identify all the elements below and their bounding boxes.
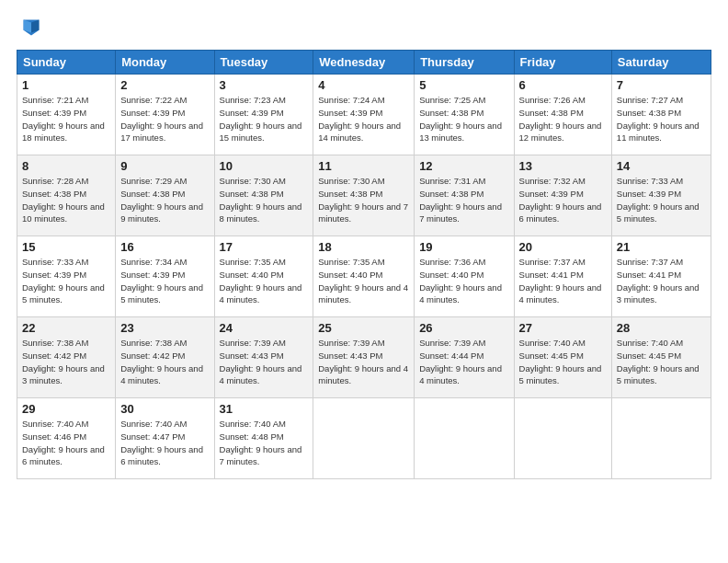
day-number: 5 (419, 78, 508, 92)
day-number: 30 (120, 402, 209, 416)
calendar-cell: 4Sunrise: 7:24 AMSunset: 4:39 PMDaylight… (313, 75, 415, 155)
calendar-cell: 3Sunrise: 7:23 AMSunset: 4:39 PMDaylight… (214, 75, 313, 155)
day-number: 16 (120, 240, 209, 254)
day-number: 29 (22, 402, 110, 416)
day-info: Sunrise: 7:24 AMSunset: 4:39 PMDaylight:… (318, 95, 401, 143)
page: SundayMondayTuesdayWednesdayThursdayFrid… (0, 0, 728, 563)
day-info: Sunrise: 7:31 AMSunset: 4:38 PMDaylight:… (419, 176, 502, 224)
day-info: Sunrise: 7:33 AMSunset: 4:39 PMDaylight:… (617, 176, 700, 224)
day-number: 11 (318, 159, 409, 173)
day-number: 18 (318, 240, 409, 254)
calendar-cell: 10Sunrise: 7:30 AMSunset: 4:38 PMDayligh… (214, 155, 313, 236)
calendar-cell: 5Sunrise: 7:25 AMSunset: 4:38 PMDaylight… (415, 75, 514, 155)
day-info: Sunrise: 7:27 AMSunset: 4:38 PMDaylight:… (617, 95, 700, 143)
calendar-cell: 16Sunrise: 7:34 AMSunset: 4:39 PMDayligh… (116, 236, 214, 317)
calendar-cell: 21Sunrise: 7:37 AMSunset: 4:41 PMDayligh… (611, 236, 711, 317)
header (17, 15, 711, 40)
day-number: 7 (617, 78, 706, 92)
day-number: 26 (419, 321, 508, 335)
calendar-cell: 27Sunrise: 7:40 AMSunset: 4:45 PMDayligh… (514, 317, 611, 398)
day-number: 23 (120, 321, 209, 335)
calendar-table: SundayMondayTuesdayWednesdayThursdayFrid… (17, 50, 711, 479)
day-number: 1 (22, 78, 110, 92)
calendar-cell: 18Sunrise: 7:35 AMSunset: 4:40 PMDayligh… (313, 236, 415, 317)
day-info: Sunrise: 7:40 AMSunset: 4:45 PMDaylight:… (617, 338, 700, 385)
day-info: Sunrise: 7:22 AMSunset: 4:39 PMDaylight:… (120, 95, 203, 143)
day-number: 22 (22, 321, 110, 335)
day-info: Sunrise: 7:35 AMSunset: 4:40 PMDaylight:… (318, 257, 408, 304)
calendar-header-row: SundayMondayTuesdayWednesdayThursdayFrid… (17, 51, 711, 75)
logo-icon (18, 15, 44, 40)
calendar-cell: 30Sunrise: 7:40 AMSunset: 4:47 PMDayligh… (116, 398, 214, 479)
day-info: Sunrise: 7:34 AMSunset: 4:39 PMDaylight:… (120, 257, 203, 304)
day-number: 24 (220, 321, 309, 335)
calendar-cell: 9Sunrise: 7:29 AMSunset: 4:38 PMDaylight… (116, 155, 214, 236)
calendar-week-3: 15Sunrise: 7:33 AMSunset: 4:39 PMDayligh… (17, 236, 711, 317)
day-number: 9 (120, 159, 209, 173)
calendar-cell: 11Sunrise: 7:30 AMSunset: 4:38 PMDayligh… (313, 155, 415, 236)
calendar-header-tuesday: Tuesday (214, 51, 313, 75)
calendar-week-1: 1Sunrise: 7:21 AMSunset: 4:39 PMDaylight… (17, 75, 711, 155)
calendar-cell: 13Sunrise: 7:32 AMSunset: 4:39 PMDayligh… (514, 155, 611, 236)
calendar-header-sunday: Sunday (17, 51, 116, 75)
day-info: Sunrise: 7:26 AMSunset: 4:38 PMDaylight:… (519, 95, 602, 143)
day-info: Sunrise: 7:23 AMSunset: 4:39 PMDaylight:… (220, 95, 302, 143)
day-number: 27 (519, 321, 607, 335)
day-info: Sunrise: 7:39 AMSunset: 4:43 PMDaylight:… (318, 338, 408, 385)
calendar-cell: 12Sunrise: 7:31 AMSunset: 4:38 PMDayligh… (415, 155, 514, 236)
day-number: 6 (519, 78, 607, 92)
calendar-cell: 29Sunrise: 7:40 AMSunset: 4:46 PMDayligh… (17, 398, 116, 479)
day-info: Sunrise: 7:40 AMSunset: 4:47 PMDaylight:… (120, 419, 203, 466)
calendar-header-friday: Friday (514, 51, 611, 75)
day-info: Sunrise: 7:35 AMSunset: 4:40 PMDaylight:… (220, 257, 302, 304)
calendar-week-5: 29Sunrise: 7:40 AMSunset: 4:46 PMDayligh… (17, 398, 711, 479)
day-number: 14 (617, 159, 706, 173)
day-number: 19 (419, 240, 508, 254)
calendar-cell: 19Sunrise: 7:36 AMSunset: 4:40 PMDayligh… (415, 236, 514, 317)
calendar-cell: 15Sunrise: 7:33 AMSunset: 4:39 PMDayligh… (17, 236, 116, 317)
calendar-cell: 17Sunrise: 7:35 AMSunset: 4:40 PMDayligh… (214, 236, 313, 317)
calendar-cell: 28Sunrise: 7:40 AMSunset: 4:45 PMDayligh… (611, 317, 711, 398)
day-number: 28 (617, 321, 706, 335)
day-number: 31 (220, 402, 309, 416)
calendar-cell: 6Sunrise: 7:26 AMSunset: 4:38 PMDaylight… (514, 75, 611, 155)
day-info: Sunrise: 7:28 AMSunset: 4:38 PMDaylight:… (22, 176, 105, 224)
day-number: 12 (419, 159, 508, 173)
calendar-cell (313, 398, 415, 479)
day-number: 10 (220, 159, 309, 173)
day-info: Sunrise: 7:38 AMSunset: 4:42 PMDaylight:… (22, 338, 105, 385)
logo (17, 15, 44, 40)
day-info: Sunrise: 7:36 AMSunset: 4:40 PMDaylight:… (419, 257, 502, 304)
day-number: 17 (220, 240, 309, 254)
calendar-header-thursday: Thursday (415, 51, 514, 75)
calendar-cell (514, 398, 611, 479)
calendar-header-saturday: Saturday (611, 51, 711, 75)
day-info: Sunrise: 7:30 AMSunset: 4:38 PMDaylight:… (220, 176, 302, 224)
calendar-cell: 2Sunrise: 7:22 AMSunset: 4:39 PMDaylight… (116, 75, 214, 155)
calendar-cell: 23Sunrise: 7:38 AMSunset: 4:42 PMDayligh… (116, 317, 214, 398)
day-info: Sunrise: 7:37 AMSunset: 4:41 PMDaylight:… (519, 257, 602, 304)
day-info: Sunrise: 7:21 AMSunset: 4:39 PMDaylight:… (22, 95, 105, 143)
day-number: 8 (22, 159, 110, 173)
day-number: 25 (318, 321, 409, 335)
calendar-cell (611, 398, 711, 479)
day-number: 3 (220, 78, 309, 92)
calendar-cell: 31Sunrise: 7:40 AMSunset: 4:48 PMDayligh… (214, 398, 313, 479)
calendar-week-4: 22Sunrise: 7:38 AMSunset: 4:42 PMDayligh… (17, 317, 711, 398)
day-info: Sunrise: 7:29 AMSunset: 4:38 PMDaylight:… (120, 176, 203, 224)
day-info: Sunrise: 7:40 AMSunset: 4:45 PMDaylight:… (519, 338, 602, 385)
calendar-cell: 14Sunrise: 7:33 AMSunset: 4:39 PMDayligh… (611, 155, 711, 236)
calendar-cell (415, 398, 514, 479)
calendar-cell: 7Sunrise: 7:27 AMSunset: 4:38 PMDaylight… (611, 75, 711, 155)
calendar-header-monday: Monday (116, 51, 214, 75)
calendar-cell: 22Sunrise: 7:38 AMSunset: 4:42 PMDayligh… (17, 317, 116, 398)
day-info: Sunrise: 7:40 AMSunset: 4:48 PMDaylight:… (220, 419, 302, 466)
calendar-cell: 24Sunrise: 7:39 AMSunset: 4:43 PMDayligh… (214, 317, 313, 398)
day-info: Sunrise: 7:38 AMSunset: 4:42 PMDaylight:… (120, 338, 203, 385)
day-info: Sunrise: 7:33 AMSunset: 4:39 PMDaylight:… (22, 257, 105, 304)
day-info: Sunrise: 7:37 AMSunset: 4:41 PMDaylight:… (617, 257, 700, 304)
day-number: 20 (519, 240, 607, 254)
day-info: Sunrise: 7:39 AMSunset: 4:44 PMDaylight:… (419, 338, 502, 385)
calendar-cell: 8Sunrise: 7:28 AMSunset: 4:38 PMDaylight… (17, 155, 116, 236)
day-info: Sunrise: 7:40 AMSunset: 4:46 PMDaylight:… (22, 419, 105, 466)
